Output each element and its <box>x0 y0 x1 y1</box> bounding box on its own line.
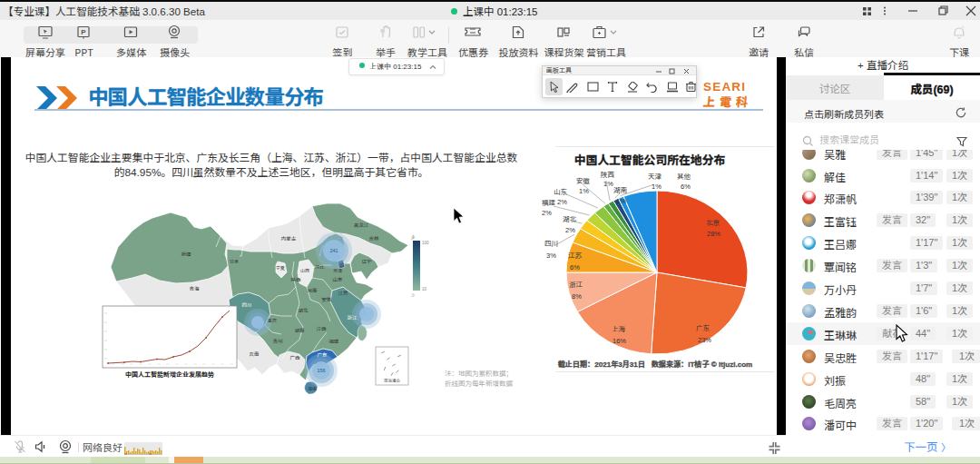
svg-text:宁夏: 宁夏 <box>276 265 285 271</box>
svg-text:山西: 山西 <box>300 268 309 273</box>
svg-text:四川: 四川 <box>241 302 251 308</box>
svg-text:甘肃: 甘肃 <box>230 259 239 264</box>
svg-text:广西: 广西 <box>289 355 300 360</box>
svg-text:多: 多 <box>411 235 416 240</box>
svg-text:南海诸岛: 南海诸岛 <box>384 379 400 383</box>
svg-text:江苏: 江苏 <box>338 291 348 296</box>
svg-text:黑龙江: 黑龙江 <box>354 222 369 228</box>
svg-text:河南: 河南 <box>307 288 318 293</box>
svg-text:青海: 青海 <box>189 286 200 291</box>
svg-text:内蒙古: 内蒙古 <box>281 235 297 242</box>
svg-text:贵州: 贵州 <box>272 338 283 344</box>
svg-text:天津: 天津 <box>333 268 342 273</box>
svg-text:重庆: 重庆 <box>268 318 277 323</box>
svg-text:云南: 云南 <box>249 351 260 357</box>
svg-text:浙江: 浙江 <box>347 315 358 321</box>
svg-text:福建: 福建 <box>328 339 339 344</box>
svg-text:新疆: 新疆 <box>181 252 191 257</box>
svg-text:10: 10 <box>422 287 427 291</box>
svg-text:陕西: 陕西 <box>290 277 301 282</box>
svg-text:156: 156 <box>317 368 325 373</box>
svg-text:241: 241 <box>329 248 338 253</box>
svg-text:P: P <box>81 28 86 36</box>
svg-text:湖南: 湖南 <box>294 328 305 333</box>
svg-text:海南: 海南 <box>308 386 317 391</box>
svg-text:广东: 广东 <box>317 352 328 358</box>
svg-text:河北: 河北 <box>315 264 324 270</box>
svg-text:少: 少 <box>411 293 416 298</box>
svg-text:湖北: 湖北 <box>298 308 309 313</box>
svg-text:吉林: 吉林 <box>368 236 379 242</box>
svg-text:中国人工智能新增企业发展趋势: 中国人工智能新增企业发展趋势 <box>125 370 214 379</box>
svg-text:安徽: 安徽 <box>321 297 332 302</box>
svg-text:辽宁: 辽宁 <box>361 259 372 264</box>
svg-text:山东: 山东 <box>332 277 343 282</box>
svg-text:江西: 江西 <box>316 326 327 331</box>
svg-text:100: 100 <box>422 241 429 245</box>
